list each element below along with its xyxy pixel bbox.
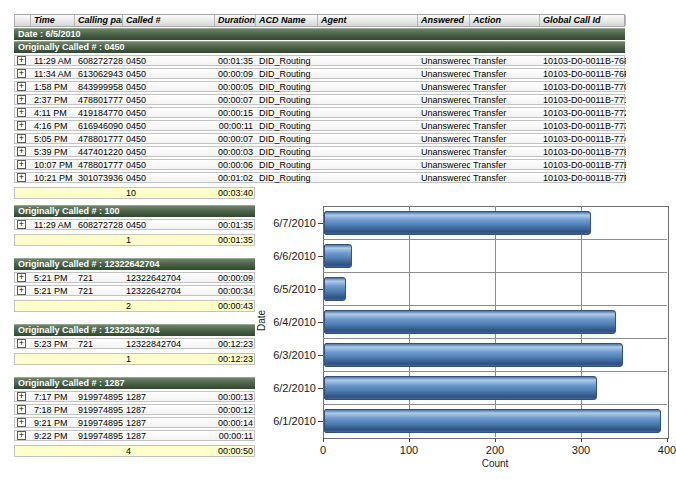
cell-action: Transfer	[470, 82, 540, 92]
group-section: Originally Called # : 12322642704+5:21 P…	[14, 258, 255, 312]
cell-calling: 4788017770	[75, 160, 123, 170]
expand-cell: +	[15, 405, 31, 414]
cell-calling: 721	[75, 273, 123, 283]
table-row: +10:07 PM4788017770045000:00:06DID_Routi…	[14, 159, 625, 170]
expand-row-icon[interactable]: +	[17, 220, 26, 229]
cell-time: 10:21 PM	[31, 173, 75, 183]
cell-calling: 9199748952	[75, 405, 123, 415]
expand-row-icon[interactable]: +	[17, 95, 26, 104]
y-axis-category-label: 6/6/2010	[266, 250, 316, 262]
expand-row-icon[interactable]: +	[17, 418, 26, 427]
expand-cell: +	[15, 147, 31, 156]
cell-answered: Unanswered	[418, 56, 470, 66]
table-row: +5:39 PM4474012204045000:00:03DID_Routin…	[14, 146, 625, 157]
cell-time: 5:23 PM	[31, 339, 75, 349]
cell-action: Transfer	[470, 56, 540, 66]
cell-gcid: 10103-D0-0011B-778	[540, 147, 626, 157]
group-summary-row: 400:00:50	[14, 445, 255, 457]
expand-row-icon[interactable]: +	[17, 147, 26, 156]
cell-calling: 4788017770	[75, 95, 123, 105]
cell-answered: Unanswered	[418, 108, 470, 118]
cell-time: 5:21 PM	[31, 286, 75, 296]
cell-duration: 00:00:07	[215, 95, 256, 105]
cell-answered: Unanswered	[418, 82, 470, 92]
expand-row-icon[interactable]: +	[17, 173, 26, 182]
table-row: +5:05 PM4788017770045000:00:07DID_Routin…	[14, 133, 625, 144]
column-header-expand	[15, 15, 31, 26]
cell-gcid: 10103-D0-0011B-772	[540, 108, 626, 118]
chart-bar-6-4-2010	[324, 310, 616, 334]
cell-action: Transfer	[470, 160, 540, 170]
cell-duration: 00:00:11	[215, 121, 256, 131]
expand-cell: +	[15, 339, 31, 348]
column-header-global-call-id: Global Call Id	[540, 15, 626, 26]
table-column-header-row: TimeCalling party #Called #DurationACD N…	[14, 14, 625, 27]
y-axis-tick	[318, 355, 323, 356]
table-row: +2:37 PM4788017770045000:00:07DID_Routin…	[14, 94, 625, 105]
cell-gcid: 10103-D0-0011B-773	[540, 121, 626, 131]
cell-duration: 00:00:15	[215, 108, 256, 118]
chart-gridline-horizontal	[323, 239, 667, 240]
cell-answered: Unanswered	[418, 134, 470, 144]
x-axis-tick-label: 200	[473, 444, 517, 456]
expand-cell: +	[15, 431, 31, 440]
column-header-answered: Answered	[418, 15, 470, 26]
column-header-action: Action	[470, 15, 540, 26]
cell-called: 0450	[123, 147, 215, 157]
expand-row-icon[interactable]: +	[17, 431, 26, 440]
chart-gridline-horizontal	[323, 371, 667, 372]
cell-called: 0450	[123, 82, 215, 92]
cell-time: 7:18 PM	[31, 405, 75, 415]
cell-calling: 9199748952	[75, 418, 123, 428]
originally-called-group-band: Originally Called # : 12322842704	[14, 324, 255, 336]
expand-row-icon[interactable]: +	[17, 405, 26, 414]
expand-cell: +	[15, 160, 31, 169]
expand-row-icon[interactable]: +	[17, 82, 26, 91]
cell-time: 9:22 PM	[31, 431, 75, 441]
expand-row-icon[interactable]: +	[17, 286, 26, 295]
expand-row-icon[interactable]: +	[17, 273, 26, 282]
expand-row-icon[interactable]: +	[17, 339, 26, 348]
cell-acd: DID_Routing	[256, 82, 318, 92]
expand-cell: +	[15, 286, 31, 295]
originally-called-group-band: Originally Called # : 1287	[14, 377, 255, 389]
chart-bar-6-2-2010	[324, 376, 597, 400]
cell-answered: Unanswered	[418, 173, 470, 183]
cell-time: 9:21 PM	[31, 418, 75, 428]
expand-row-icon[interactable]: +	[17, 121, 26, 130]
expand-row-icon[interactable]: +	[17, 134, 26, 143]
expand-row-icon[interactable]: +	[17, 160, 26, 169]
group-summary-row: 200:00:43	[14, 300, 255, 312]
cell-calling: 4191847701	[75, 108, 123, 118]
column-header-called: Called #	[123, 15, 215, 26]
column-header-acd-name: ACD Name	[256, 15, 318, 26]
cell-acd: DID_Routing	[256, 173, 318, 183]
cell-called: 0450	[123, 56, 215, 66]
cell-time: 11:29 AM	[31, 56, 75, 66]
y-axis-category-label: 6/4/2010	[266, 316, 316, 328]
cell-calling: 6082727287	[75, 220, 123, 230]
originally-called-group-band: Originally Called # : 12322642704	[14, 258, 255, 270]
cell-calling: 9199748952	[75, 431, 123, 441]
y-axis-tick	[318, 289, 323, 290]
table-row: +11:34 AM6130629432045000:00:09DID_Routi…	[14, 68, 625, 79]
cell-answered: Unanswered	[418, 160, 470, 170]
chart-x-axis-title: Count	[323, 458, 667, 469]
cell-gcid: 10103-D0-0011B-77E	[540, 160, 626, 170]
lower-group-tables: Originally Called # : 100+11:29 AM608272…	[14, 205, 255, 469]
expand-row-icon[interactable]: +	[17, 56, 26, 65]
expand-row-icon[interactable]: +	[17, 392, 26, 401]
cell-time: 11:34 AM	[31, 69, 75, 79]
cell-calling: 4788017770	[75, 134, 123, 144]
expand-row-icon[interactable]: +	[17, 108, 26, 117]
group-summary-row: 100:01:35	[14, 234, 255, 246]
cell-gcid: 10103-D0-0011B-77F	[540, 173, 626, 183]
x-axis-tick	[581, 438, 582, 442]
cell-calling: 6169460905	[75, 121, 123, 131]
expand-row-icon[interactable]: +	[17, 69, 26, 78]
expand-cell: +	[15, 56, 31, 65]
y-axis-category-label: 6/1/2010	[266, 415, 316, 427]
cell-called: 0450	[123, 160, 215, 170]
chart-bar-6-6-2010	[324, 244, 352, 268]
x-axis-tick-label: 300	[559, 444, 603, 456]
